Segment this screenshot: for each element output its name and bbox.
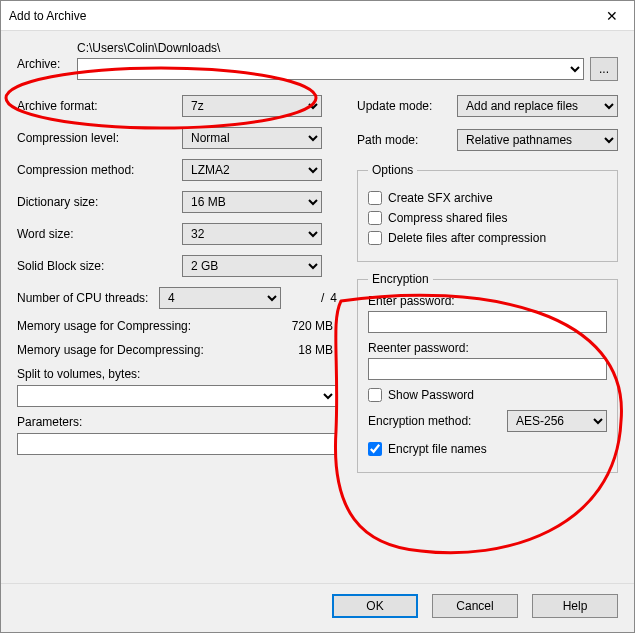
- left-column: Archive format: 7z Compression level: No…: [17, 95, 337, 483]
- show-password-checkbox[interactable]: [368, 388, 382, 402]
- archive-format-label: Archive format:: [17, 99, 182, 113]
- word-size-select[interactable]: 32: [182, 223, 322, 245]
- enter-password-label: Enter password:: [368, 294, 607, 308]
- close-icon: ✕: [606, 8, 618, 24]
- split-volumes-label: Split to volumes, bytes:: [17, 367, 337, 381]
- dictionary-size-select[interactable]: 16 MB: [182, 191, 322, 213]
- options-legend: Options: [368, 163, 417, 177]
- cpu-threads-select[interactable]: 4: [159, 287, 281, 309]
- archive-path-text: C:\Users\Colin\Downloads\: [77, 41, 618, 55]
- window-title: Add to Archive: [9, 9, 86, 23]
- update-mode-label: Update mode:: [357, 99, 457, 113]
- compression-level-select[interactable]: Normal: [182, 127, 322, 149]
- options-group: Options Create SFX archive Compress shar…: [357, 163, 618, 262]
- enter-password-input[interactable]: [368, 311, 607, 333]
- mem-decompress-value: 18 MB: [298, 343, 337, 357]
- browse-label: ...: [599, 62, 609, 76]
- mem-decompress-label: Memory usage for Decompressing:: [17, 343, 237, 357]
- parameters-input[interactable]: [17, 433, 337, 455]
- reenter-password-label: Reenter password:: [368, 341, 607, 355]
- help-button[interactable]: Help: [532, 594, 618, 618]
- compress-shared-label: Compress shared files: [388, 211, 507, 225]
- encryption-method-select[interactable]: AES-256: [507, 410, 607, 432]
- compression-level-label: Compression level:: [17, 131, 182, 145]
- solid-block-size-select[interactable]: 2 GB: [182, 255, 322, 277]
- right-column: Update mode: Add and replace files Path …: [357, 95, 618, 483]
- encryption-group: Encryption Enter password: Reenter passw…: [357, 272, 618, 473]
- dialog-content: Archive: C:\Users\Colin\Downloads\ ... A…: [1, 31, 634, 583]
- threads-max: 4: [330, 291, 337, 305]
- titlebar: Add to Archive ✕: [1, 1, 634, 31]
- create-sfx-checkbox[interactable]: [368, 191, 382, 205]
- path-mode-select[interactable]: Relative pathnames: [457, 129, 618, 151]
- close-button[interactable]: ✕: [589, 1, 634, 31]
- compress-shared-checkbox[interactable]: [368, 211, 382, 225]
- encryption-method-label: Encryption method:: [368, 414, 507, 428]
- dialog-buttons: OK Cancel Help: [1, 583, 634, 632]
- archive-name-select[interactable]: [77, 58, 584, 80]
- delete-after-label: Delete files after compression: [388, 231, 546, 245]
- parameters-label: Parameters:: [17, 415, 337, 429]
- cancel-button[interactable]: Cancel: [432, 594, 518, 618]
- solid-block-size-label: Solid Block size:: [17, 259, 182, 273]
- encrypt-file-names-label: Encrypt file names: [388, 442, 487, 456]
- browse-button[interactable]: ...: [590, 57, 618, 81]
- archive-label: Archive:: [17, 41, 77, 71]
- path-mode-label: Path mode:: [357, 133, 457, 147]
- ok-button[interactable]: OK: [332, 594, 418, 618]
- delete-after-checkbox[interactable]: [368, 231, 382, 245]
- mem-compress-label: Memory usage for Compressing:: [17, 319, 237, 333]
- cpu-threads-label: Number of CPU threads:: [17, 291, 159, 305]
- threads-slash: /: [321, 291, 324, 305]
- dictionary-size-label: Dictionary size:: [17, 195, 182, 209]
- show-password-label: Show Password: [388, 388, 474, 402]
- create-sfx-label: Create SFX archive: [388, 191, 493, 205]
- compression-method-label: Compression method:: [17, 163, 182, 177]
- reenter-password-input[interactable]: [368, 358, 607, 380]
- split-volumes-select[interactable]: [17, 385, 337, 407]
- update-mode-select[interactable]: Add and replace files: [457, 95, 618, 117]
- add-to-archive-window: Add to Archive ✕ Archive: C:\Users\Colin…: [0, 0, 635, 633]
- mem-compress-value: 720 MB: [292, 319, 337, 333]
- word-size-label: Word size:: [17, 227, 182, 241]
- encrypt-file-names-checkbox[interactable]: [368, 442, 382, 456]
- compression-method-select[interactable]: LZMA2: [182, 159, 322, 181]
- archive-format-select[interactable]: 7z: [182, 95, 322, 117]
- encryption-legend: Encryption: [368, 272, 433, 286]
